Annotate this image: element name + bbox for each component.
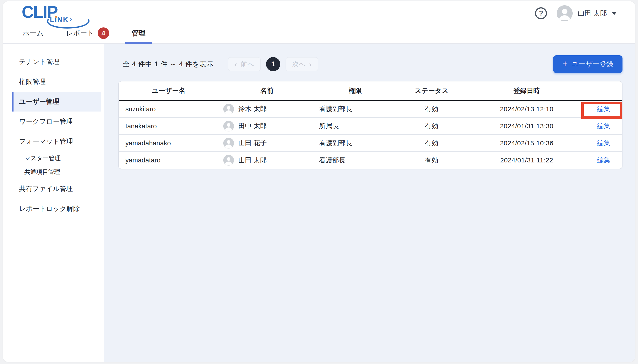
table-row: yamadahanako 山田 花子 看護副部長 有効 2024/02/15 1…	[119, 134, 622, 152]
sidebar-item-permission-management[interactable]: 権限管理	[3, 72, 104, 92]
sidebar-item-workflow-management[interactable]: ワークフロー管理	[3, 112, 104, 132]
cell-role: 看護部長	[315, 152, 395, 168]
sidebar-item-common-item-management[interactable]: 共通項目管理	[3, 165, 104, 179]
tab-home-label: ホーム	[23, 28, 43, 38]
cell-actions: 編集	[585, 100, 622, 118]
name-label: 山田 太郎	[238, 156, 267, 165]
next-page-button[interactable]: 次へ ›	[286, 57, 318, 71]
cell-registered-at: 2024/01/31 11:22	[468, 152, 585, 168]
cell-status: 有効	[395, 134, 468, 152]
header-username: ユーザー名	[119, 82, 219, 100]
cell-name: 山田 花子	[219, 138, 315, 148]
header-status: ステータス	[395, 82, 468, 100]
edit-link[interactable]: 編集	[597, 105, 610, 112]
plus-icon: +	[562, 59, 568, 68]
tab-admin[interactable]: 管理	[125, 23, 152, 43]
header-name: 名前	[219, 82, 315, 100]
header-role: 権限	[315, 82, 395, 100]
tab-home[interactable]: ホーム	[16, 23, 50, 43]
sidebar-item-report-lock-release[interactable]: レポートロック解除	[3, 199, 104, 218]
add-user-button-label: ユーザー登録	[572, 60, 613, 69]
cell-actions: 編集	[585, 152, 622, 168]
chevron-left-icon: ‹	[235, 60, 237, 68]
name-label: 山田 花子	[238, 138, 267, 148]
row-avatar	[223, 138, 234, 148]
row-avatar	[223, 104, 234, 114]
prev-page-button[interactable]: ‹ 前へ	[228, 57, 261, 71]
cell-username: yamadataro	[119, 152, 219, 168]
header-registered-at: 登録日時	[468, 82, 585, 100]
add-user-button[interactable]: + ユーザー登録	[553, 55, 622, 73]
app-body: テナント管理 権限管理 ユーザー管理 ワークフロー管理 フォーマット管理 マスタ…	[3, 44, 635, 362]
name-label: 鈴木 太郎	[238, 104, 267, 114]
edit-link[interactable]: 編集	[597, 156, 610, 164]
user-name-label: 山田 太郎	[577, 9, 607, 18]
cell-status: 有効	[395, 100, 468, 118]
sidebar-item-label: テナント管理	[19, 57, 60, 66]
name-label: 田中 太郎	[238, 122, 267, 130]
chevron-down-icon	[612, 12, 617, 15]
app-window: CLIP ‹ LiNK › ホーム レポート	[3, 1, 635, 362]
users-table: ユーザー名 名前 権限 ステータス 登録日時 suzukitaro	[119, 82, 622, 168]
topbar-right-group: ? 山田 太郎	[535, 5, 617, 22]
admin-sidebar: テナント管理 権限管理 ユーザー管理 ワークフロー管理 フォーマット管理 マスタ…	[3, 44, 104, 362]
reports-count-badge: 4	[98, 28, 109, 39]
cell-actions: 編集	[585, 134, 622, 152]
cell-registered-at: 2024/02/13 12:10	[468, 100, 585, 118]
tab-reports[interactable]: レポート 4	[59, 23, 116, 43]
table-row: suzukitaro 鈴木 太郎 看護副部長 有効 2024/02/13 12:…	[119, 100, 622, 118]
help-icon[interactable]: ?	[535, 7, 547, 19]
tab-reports-label: レポート	[66, 28, 94, 38]
sidebar-item-format-management[interactable]: フォーマット管理	[3, 132, 104, 151]
current-page-button[interactable]: 1	[266, 57, 280, 71]
cell-role: 看護副部長	[315, 100, 395, 118]
sidebar-item-label: 権限管理	[19, 77, 46, 86]
result-summary: 全 4 件中 1 件 ～ 4 件を表示	[123, 60, 214, 69]
list-toolbar: 全 4 件中 1 件 ～ 4 件を表示 ‹ 前へ 1 次へ › + ユーザー登録	[118, 55, 622, 73]
sidebar-item-label: 共通項目管理	[24, 168, 60, 176]
sidebar-item-tenant-management[interactable]: テナント管理	[3, 52, 104, 72]
cell-role: 所属長	[315, 118, 395, 134]
logo-orange-dot-icon	[55, 16, 57, 18]
user-menu[interactable]: 山田 太郎	[557, 5, 617, 21]
header-actions	[585, 82, 622, 100]
sidebar-item-master-management[interactable]: マスター管理	[3, 151, 104, 165]
row-avatar	[223, 155, 234, 166]
top-bar: CLIP ‹ LiNK › ホーム レポート	[3, 1, 635, 44]
sidebar-item-label: 共有ファイル管理	[19, 184, 73, 194]
cell-role: 看護副部長	[315, 134, 395, 152]
logo-right-tip-icon: ›	[70, 16, 72, 22]
logo-sub-wordmark: LiNK	[50, 16, 69, 23]
cell-username: yamadahanako	[119, 134, 219, 152]
cell-name: 山田 太郎	[219, 155, 315, 166]
tab-admin-label: 管理	[132, 28, 145, 38]
chevron-right-icon: ›	[309, 60, 311, 68]
user-management-content: 全 4 件中 1 件 ～ 4 件を表示 ‹ 前へ 1 次へ › + ユーザー登録	[104, 44, 635, 362]
user-avatar	[557, 5, 573, 21]
row-avatar	[223, 121, 234, 132]
table-header-row: ユーザー名 名前 権限 ステータス 登録日時	[119, 82, 622, 100]
sidebar-item-label: ユーザー管理	[19, 97, 59, 106]
logo-sub-text: LiNK	[50, 16, 69, 24]
sidebar-item-user-management[interactable]: ユーザー管理	[12, 92, 101, 112]
sidebar-item-shared-file-management[interactable]: 共有ファイル管理	[3, 179, 104, 199]
sidebar-item-label: ワークフロー管理	[19, 117, 73, 126]
cell-name: 鈴木 太郎	[219, 104, 315, 114]
cell-registered-at: 2024/02/15 10:36	[468, 134, 585, 152]
cell-username: tanakataro	[119, 118, 219, 134]
cell-status: 有効	[395, 152, 468, 168]
cell-name: 田中 太郎	[219, 121, 315, 132]
cell-actions: 編集	[585, 118, 622, 134]
prev-page-label: 前へ	[241, 60, 254, 69]
edit-link[interactable]: 編集	[597, 122, 610, 130]
table-row: tanakataro 田中 太郎 所属長 有効 2024/01/31 13:30…	[119, 118, 622, 134]
cell-status: 有効	[395, 118, 468, 134]
cell-registered-at: 2024/01/31 13:30	[468, 118, 585, 134]
edit-link[interactable]: 編集	[597, 139, 610, 146]
sidebar-item-label: レポートロック解除	[19, 204, 80, 213]
pagination: ‹ 前へ 1 次へ ›	[228, 57, 318, 71]
sidebar-item-label: フォーマット管理	[19, 137, 73, 146]
main-nav-tabs: ホーム レポート 4 管理	[16, 23, 161, 43]
table-row: yamadataro 山田 太郎 看護部長 有効 2024/01/31 11:2…	[119, 152, 622, 168]
users-table-card: ユーザー名 名前 権限 ステータス 登録日時 suzukitaro	[118, 81, 622, 169]
